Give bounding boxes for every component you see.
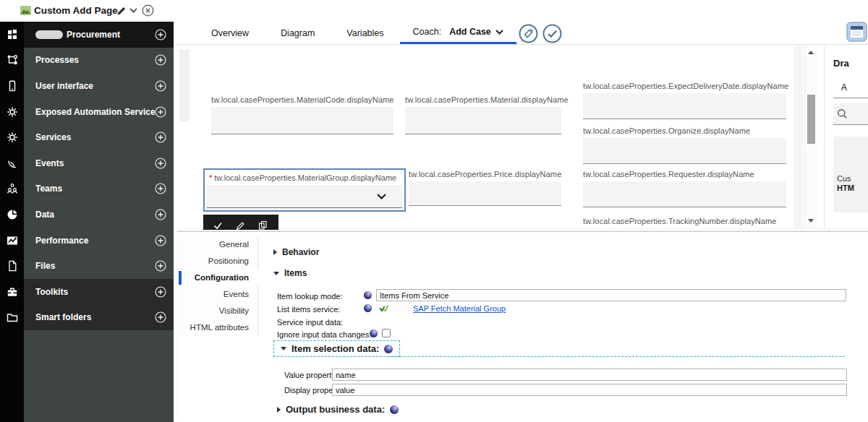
chevron-down-icon[interactable] — [129, 8, 137, 13]
ignore-input-data-changes-checkbox[interactable] — [382, 329, 391, 337]
item-lookup-mode-input[interactable] — [376, 289, 846, 301]
text-input[interactable] — [583, 93, 786, 119]
sidebar-item-performance[interactable]: Performance — [24, 228, 174, 254]
add-icon[interactable] — [155, 106, 166, 118]
text-input[interactable] — [583, 138, 786, 164]
text-input[interactable] — [405, 107, 561, 134]
collapsed-arrow-icon[interactable] — [277, 407, 281, 413]
props-tab-positioning[interactable]: Positioning — [177, 253, 258, 270]
toolbox-icon[interactable] — [0, 279, 24, 305]
text-input[interactable] — [583, 181, 786, 207]
document-icon[interactable] — [0, 253, 24, 279]
copy-icon[interactable] — [258, 220, 268, 230]
tab-diagram[interactable]: Diagram — [265, 22, 331, 44]
text-input[interactable] — [409, 181, 561, 206]
list-items-service-link[interactable]: SAP Fetch Material Group — [413, 304, 506, 313]
add-icon[interactable] — [155, 29, 166, 40]
section-output-business-data[interactable]: Output business data: — [277, 404, 399, 415]
confirm-icon[interactable] — [213, 220, 223, 230]
add-icon[interactable] — [155, 286, 166, 298]
sidebar-item-events[interactable]: Events — [24, 150, 174, 176]
value-property-input[interactable] — [332, 369, 847, 381]
binding-sphere-icon[interactable] — [384, 345, 393, 353]
tab-label: Diagram — [281, 28, 315, 38]
chevron-down-icon[interactable] — [377, 194, 386, 199]
props-tab-label: Visibility — [219, 306, 249, 315]
props-tab-html-attributes[interactable]: HTML attributes — [177, 319, 258, 336]
line-chart-icon[interactable] — [0, 228, 24, 254]
close-circle-icon[interactable] — [142, 4, 154, 17]
coach-field-material-code[interactable]: tw.local.caseProperties.MaterialCode.dis… — [211, 95, 393, 134]
add-icon[interactable] — [155, 80, 166, 92]
select-input[interactable] — [207, 185, 402, 208]
add-icon[interactable] — [155, 235, 166, 246]
add-icon[interactable] — [155, 209, 166, 220]
binding-sphere-icon[interactable] — [364, 291, 372, 299]
binding-sphere-icon[interactable] — [390, 405, 399, 414]
tab-overview[interactable]: Overview — [195, 22, 265, 44]
palette-tile-custom-html[interactable]: Cus HTM — [833, 137, 868, 212]
add-icon[interactable] — [155, 183, 166, 194]
add-icon[interactable] — [155, 260, 166, 272]
add-icon[interactable] — [155, 311, 166, 323]
sidebar-item-data[interactable]: Data — [24, 202, 174, 228]
scroll-down-icon[interactable] — [808, 219, 814, 223]
collapsed-arrow-icon[interactable] — [273, 249, 277, 255]
binding-sphere-icon[interactable] — [364, 304, 372, 312]
props-tab-configuration[interactable]: Configuration — [177, 270, 258, 286]
sidebar-item-teams[interactable]: Teams — [24, 176, 174, 202]
sidebar-item-exposed-automation-services[interactable]: Exposed Automation Services — [24, 99, 174, 125]
check-circle-icon[interactable] — [542, 24, 562, 43]
gear-icon[interactable] — [0, 124, 24, 150]
expanded-arrow-icon[interactable] — [281, 347, 286, 350]
apps-grid-icon[interactable] — [0, 22, 24, 48]
props-tab-events[interactable]: Events — [177, 286, 258, 303]
section-items[interactable]: Items — [273, 268, 307, 278]
satellite-dish-icon[interactable] — [0, 150, 24, 176]
sidebar-item-smart-folders[interactable]: Smart folders — [24, 305, 174, 331]
pencil-icon[interactable] — [116, 6, 127, 16]
palette-search-input[interactable] — [833, 103, 868, 125]
coach-field-tracking-number[interactable]: tw.local.caseProperties.TrackingNumber.d… — [583, 217, 776, 225]
palette-filter-tab[interactable]: A — [833, 77, 868, 98]
chevron-down-icon[interactable] — [495, 30, 503, 35]
coach-field-expect-delivery-date[interactable]: tw.local.caseProperties.ExpectDeliveryDa… — [583, 82, 786, 119]
automation-gear-icon[interactable] — [0, 99, 24, 125]
add-icon[interactable] — [155, 132, 166, 143]
props-tab-visibility[interactable]: Visibility — [177, 303, 258, 319]
scrollbar-thumb[interactable] — [807, 95, 815, 144]
sidebar-item-toolkits[interactable]: Toolkits — [24, 279, 174, 305]
edit-pencil-icon[interactable] — [236, 220, 245, 230]
sidebar-item-services[interactable]: Services — [24, 124, 174, 150]
panel-toggle-icon[interactable] — [846, 22, 868, 42]
coach-field-material[interactable]: tw.local.caseProperties.Material.display… — [405, 95, 561, 134]
add-icon[interactable] — [155, 54, 166, 66]
text-input[interactable] — [211, 107, 393, 134]
sidebar-item-files[interactable]: Files — [24, 253, 174, 279]
canvas-scrollbar[interactable] — [804, 46, 817, 228]
add-icon[interactable] — [155, 158, 166, 169]
tag-circle-icon[interactable] — [519, 24, 538, 43]
section-behavior[interactable]: Behavior — [273, 247, 319, 257]
coach-field-organize[interactable]: tw.local.caseProperties.Organize.display… — [583, 126, 786, 164]
coach-field-price[interactable]: tw.local.caseProperties.Price.displayNam… — [409, 170, 561, 206]
tab-variables[interactable]: Variables — [331, 22, 399, 44]
process-flow-icon[interactable] — [0, 48, 24, 74]
sidebar-item-user-interface[interactable]: User interface — [24, 73, 174, 99]
binding-sphere-icon[interactable] — [370, 330, 378, 337]
tab-coach[interactable]: Coach: Add Case — [400, 22, 516, 44]
folder-icon[interactable] — [0, 305, 24, 331]
pie-chart-icon[interactable] — [0, 202, 24, 228]
coach-field-material-group-selected[interactable]: *tw.local.caseProperties.MaterialGroup.d… — [203, 168, 406, 212]
expanded-arrow-icon[interactable] — [273, 272, 279, 275]
scroll-up-icon[interactable] — [808, 51, 814, 54]
inner-scrollbar-track[interactable] — [793, 46, 803, 228]
coach-field-requester[interactable]: tw.local.caseProperties.Requester.displa… — [583, 170, 786, 207]
mobile-device-icon[interactable] — [0, 73, 24, 99]
props-tab-general[interactable]: General — [177, 236, 258, 253]
item-selection-data-dropzone[interactable]: Item selection data: — [273, 340, 400, 357]
sidebar-item-processes[interactable]: Processes — [24, 48, 174, 74]
display-property-input[interactable] — [332, 384, 847, 396]
team-icon[interactable] — [0, 176, 24, 202]
sidebar-item-procurement[interactable]: Procurement — [24, 22, 174, 48]
